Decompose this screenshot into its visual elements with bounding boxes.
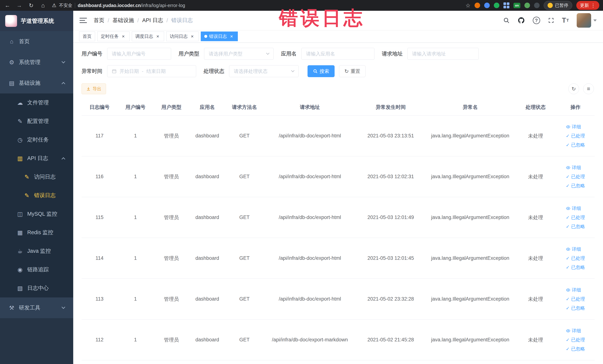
github-icon[interactable] [518,17,525,24]
action-processed-link[interactable]: ✓已处理 [566,174,585,180]
cell-user-id: 1 [117,156,153,197]
cell-status: 未处理 [515,197,556,238]
sidebar-item[interactable]: ✎错误日志 [0,186,73,205]
action-detail-link[interactable]: 详细 [566,124,581,130]
eye-icon [566,125,570,129]
cell-user-type: 管理员 [153,116,189,156]
active-tab-dot [204,35,207,38]
action-detail-link[interactable]: 详细 [566,328,581,334]
sidebar-item-label: 日志中心 [27,284,49,292]
action-processed-link[interactable]: ✓已处理 [566,214,585,221]
paused-badge[interactable]: 已暂停 [544,1,572,10]
export-button[interactable]: 导出 [81,83,106,94]
tab[interactable]: 错误日志 [201,32,238,41]
action-detail-link[interactable]: 详细 [566,164,581,171]
date-separator: - [142,69,143,74]
cell-status: 未处理 [515,279,556,319]
sidebar-item[interactable]: ⌂首页 [0,31,73,52]
tab[interactable]: 定时任务 [97,32,129,41]
refresh-icon [344,68,349,74]
sidebar-item[interactable]: ⚙系统管理 [0,52,73,73]
tab-close-icon[interactable] [189,34,195,39]
user-avatar[interactable] [577,13,597,28]
action-processed-link[interactable]: ✓已处理 [566,296,585,302]
tab-close-icon[interactable] [229,34,234,39]
sidebar-item[interactable]: ☕Java 监控 [0,242,73,260]
hamburger-menu-icon[interactable] [80,18,87,23]
sidebar-item[interactable]: ✎配置管理 [0,112,73,130]
sidebar-item[interactable]: ◉链路追踪 [0,260,73,279]
font-size-icon[interactable] [562,16,569,24]
process-status-select[interactable]: 请选择处理状态 [229,65,299,77]
cell-method: GET [225,197,264,238]
action-detail-link[interactable]: 详细 [566,205,581,211]
sidebar-item[interactable]: ☁文件管理 [0,94,73,112]
extension-icon-leaf[interactable] [524,3,530,8]
back-button[interactable] [4,2,11,9]
sidebar-item[interactable]: ⚒研发工具 [0,297,73,318]
chevron-down-icon [61,305,65,309]
tab[interactable]: 首页 [79,32,95,41]
extension-icon-blue[interactable] [484,3,490,8]
fullscreen-icon[interactable] [548,17,554,23]
reset-button[interactable]: 重置 [339,65,366,77]
help-icon[interactable] [533,17,540,24]
extension-on-badge[interactable]: on [513,3,520,8]
sidebar-item[interactable]: ▧日志中心 [0,279,73,297]
column-settings-button[interactable] [583,83,594,94]
extension-icon-paw[interactable] [534,3,540,8]
breadcrumb-item[interactable]: 首页 [94,17,104,24]
action-processed-link[interactable]: ✓已处理 [566,337,585,343]
chevron-down-icon [266,51,269,55]
search-button[interactable]: 搜索 [308,65,335,77]
sidebar-item[interactable]: ▦Redis 监控 [0,223,73,242]
sidebar-item[interactable]: ▥API 日志 [0,149,73,168]
home-button[interactable] [39,2,47,9]
sidebar-item[interactable]: ▤基础设施 [0,73,73,94]
extension-icon-orange[interactable] [475,3,480,8]
cell-app-name: dashboard [189,319,225,360]
search-icon[interactable] [503,17,510,24]
sidebar-item[interactable]: ◫MySQL 监控 [0,205,73,223]
breadcrumb-item[interactable]: API 日志 [142,17,163,24]
app-logo[interactable]: 芋道管理系统 [0,11,73,31]
bookmark-star-icon[interactable] [465,2,470,9]
chevron-up-icon [61,157,65,161]
extensions-grid-icon[interactable] [503,2,509,8]
action-detail-link[interactable]: 详细 [566,246,581,252]
action-detail-link[interactable]: 详细 [566,287,581,293]
extension-icon-green[interactable] [494,3,499,8]
request-url-input[interactable] [407,48,479,60]
row-actions: 详细✓已处理✓已忽略 [566,164,585,189]
date-range-picker[interactable]: 开始日期 - 结束日期 [107,65,196,77]
action-ignored-link[interactable]: ✓已忽略 [566,264,585,270]
tab-close-icon[interactable] [155,34,161,39]
reload-button[interactable] [27,2,35,9]
tab[interactable]: 访问日志 [166,32,198,41]
action-ignored-link[interactable]: ✓已忽略 [566,346,585,352]
tab-close-icon[interactable] [120,34,126,39]
update-button[interactable]: 更新 [576,1,599,10]
infrastructure-icon: ▤ [7,80,16,87]
app-name-label: 应用名 [281,50,297,57]
action-ignored-link[interactable]: ✓已忽略 [566,183,585,189]
refresh-table-button[interactable] [568,83,579,94]
user-type-select[interactable]: 请选择用户类型 [204,48,274,60]
tab[interactable]: 调度日志 [132,32,164,41]
action-ignored-link[interactable]: ✓已忽略 [566,223,585,230]
action-ignored-link[interactable]: ✓已忽略 [566,142,585,148]
chevron-down-icon [291,69,294,72]
breadcrumb-item[interactable]: 基础设施 [113,17,134,24]
sidebar-item[interactable]: ✎访问日志 [0,168,73,186]
address-bar[interactable]: 不安全 dashboard.yudao.iocoder.cn/infra/log… [52,2,461,8]
action-processed-link[interactable]: ✓已处理 [566,255,585,261]
app-name-input[interactable] [302,48,374,60]
search-icon [313,69,318,74]
user-id-input[interactable] [107,48,171,60]
action-ignored-link[interactable]: ✓已忽略 [566,305,585,311]
user-id-label: 用户编号 [81,50,102,57]
sidebar-item-label: 系统管理 [19,59,40,66]
action-processed-link[interactable]: ✓已处理 [566,133,585,139]
forward-button[interactable] [16,2,23,9]
sidebar-item[interactable]: ◷定时任务 [0,130,73,149]
